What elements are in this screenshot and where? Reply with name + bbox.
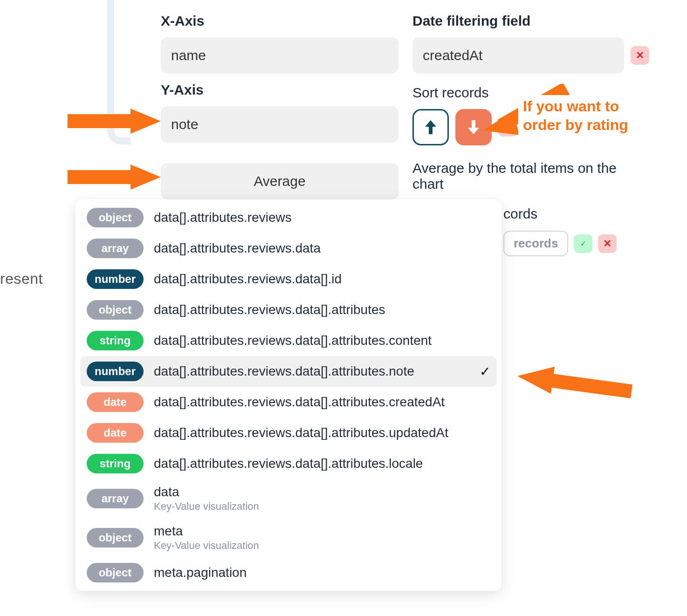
dropdown-item-text: dataKey-Value visualization <box>154 485 490 513</box>
truncated-records-label: cords <box>503 206 537 222</box>
type-badge: array <box>87 489 144 508</box>
annotation-order-by-rating: If you want to order by rating <box>518 95 633 136</box>
aggregate-value: Average <box>254 173 305 189</box>
left-column: X-Axis name Y-Axis note Average <box>161 13 398 222</box>
y-axis-label: Y-Axis <box>161 82 398 98</box>
arrow-up-icon <box>424 119 437 135</box>
type-badge: object <box>87 300 144 320</box>
annotation-arrow <box>65 161 163 193</box>
dropdown-item-path: data[].attributes.reviews <box>154 210 490 225</box>
dropdown-item-path: meta.pagination <box>154 565 490 580</box>
check-icon: ✓ <box>580 239 586 248</box>
type-badge: date <box>87 392 144 412</box>
date-filter-label: Date filtering field <box>412 13 650 29</box>
dropdown-item[interactable]: arraydataKey-Value visualization <box>76 479 502 518</box>
background-flow-line <box>107 0 131 144</box>
date-filter-value: createdAt <box>423 48 482 63</box>
clear-date-filter-button[interactable]: ✕ <box>631 46 649 65</box>
dropdown-item[interactable]: objectdata[].attributes.reviews.data[].a… <box>76 294 502 325</box>
dropdown-item[interactable]: objectmetaKey-Value visualization <box>76 518 502 557</box>
type-badge: object <box>87 208 144 227</box>
dropdown-item-path: data[].attributes.reviews.data <box>154 241 490 256</box>
records-input[interactable]: records <box>503 231 568 256</box>
dropdown-item-path: data[].attributes.reviews.data[].id <box>154 272 490 287</box>
y-axis-value: note <box>171 116 198 132</box>
x-axis-value: name <box>171 48 206 63</box>
dropdown-item[interactable]: numberdata[].attributes.reviews.data[].a… <box>80 356 497 387</box>
dropdown-item[interactable]: arraydata[].attributes.reviews.data <box>76 233 502 264</box>
field-dropdown: objectdata[].attributes.reviewsarraydata… <box>76 199 502 591</box>
type-badge: number <box>87 269 144 289</box>
sort-asc-button[interactable] <box>412 109 449 145</box>
dropdown-item-path: data[].attributes.reviews.data[].attribu… <box>154 364 469 379</box>
y-axis-input[interactable]: note <box>161 106 398 143</box>
truncated-left-text: resent <box>0 270 43 287</box>
type-badge: string <box>87 331 144 350</box>
type-badge: array <box>87 239 144 258</box>
type-badge: string <box>87 454 144 473</box>
type-badge: date <box>87 423 144 443</box>
check-icon: ✓ <box>480 364 490 379</box>
arrow-down-icon <box>467 119 480 135</box>
close-icon: ✕ <box>503 121 512 133</box>
dropdown-item-path: data[].attributes.reviews.data[].attribu… <box>154 456 490 471</box>
dropdown-item[interactable]: stringdata[].attributes.reviews.data[].a… <box>76 325 502 356</box>
sort-desc-button[interactable] <box>455 109 492 145</box>
dropdown-item-text: metaKey-Value visualization <box>154 524 490 552</box>
type-badge: number <box>87 362 144 381</box>
type-badge: object <box>87 563 144 582</box>
clear-sort-button[interactable]: ✕ <box>498 118 517 137</box>
records-row: records ✓ ✕ <box>503 231 617 256</box>
date-filter-input[interactable]: createdAt <box>412 37 624 74</box>
average-toggle-label: Average by the total items on the chart <box>412 160 650 192</box>
type-badge: object <box>87 528 144 548</box>
dropdown-item[interactable]: numberdata[].attributes.reviews.data[].i… <box>76 264 502 294</box>
clear-records-button[interactable]: ✕ <box>598 234 617 253</box>
aggregate-select[interactable]: Average <box>161 163 398 199</box>
x-axis-label: X-Axis <box>161 13 398 29</box>
close-icon: ✕ <box>603 238 611 250</box>
dropdown-item[interactable]: objectdata[].attributes.reviews <box>76 202 502 233</box>
dropdown-item[interactable]: datedata[].attributes.reviews.data[].att… <box>76 387 502 418</box>
dropdown-item-path: data[].attributes.reviews.data[].attribu… <box>154 333 490 348</box>
dropdown-item-path: data[].attributes.reviews.data[].attribu… <box>154 302 490 317</box>
x-axis-input[interactable]: name <box>161 37 398 74</box>
dropdown-item[interactable]: objectmeta.pagination <box>76 557 502 588</box>
dropdown-item-path: data[].attributes.reviews.data[].attribu… <box>154 425 490 440</box>
confirm-records-button[interactable]: ✓ <box>574 234 592 253</box>
dropdown-item-path: data[].attributes.reviews.data[].attribu… <box>154 395 490 410</box>
dropdown-item[interactable]: stringdata[].attributes.reviews.data[].a… <box>76 448 502 479</box>
close-icon: ✕ <box>636 49 644 62</box>
dropdown-item[interactable]: datedata[].attributes.reviews.data[].att… <box>76 418 502 448</box>
annotation-arrow <box>513 366 634 403</box>
